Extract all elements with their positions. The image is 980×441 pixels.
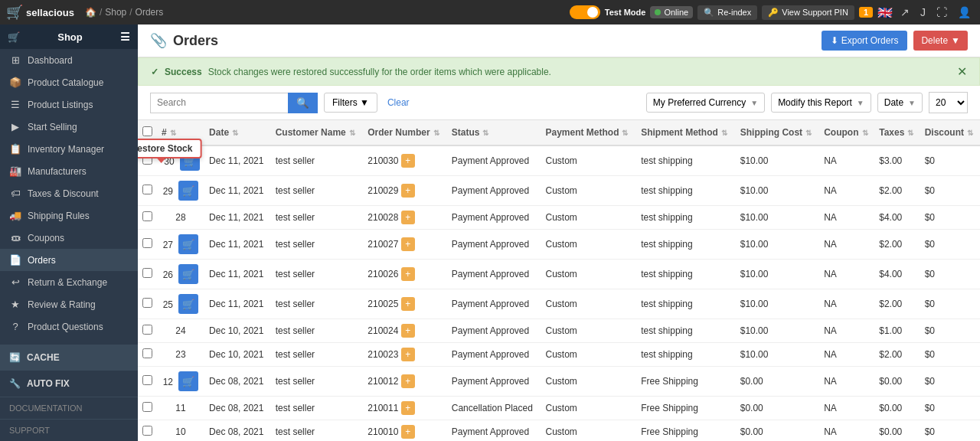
table-row: 28 Dec 11, 2021 test seller 210028 + Pay… [138, 206, 980, 230]
row-checkbox[interactable] [142, 375, 152, 385]
row-checkbox[interactable] [142, 402, 152, 412]
expand-order-button[interactable]: + [401, 348, 415, 361]
col-header-coupon[interactable]: Coupon ⇅ [819, 120, 874, 145]
col-header-status[interactable]: Status ⇅ [447, 120, 541, 145]
cache-button[interactable]: 🔄 CACHE [0, 345, 138, 371]
col-header-customer[interactable]: Customer Name ⇅ [271, 120, 364, 145]
search-input[interactable] [150, 93, 288, 113]
report-select[interactable]: Modify this Report ▼ [771, 93, 871, 113]
expand-order-button[interactable]: + [401, 401, 415, 415]
expand-order-button[interactable]: + [401, 154, 415, 168]
col-header-taxes[interactable]: Taxes ⇅ [874, 120, 920, 145]
sidebar-item-coupons[interactable]: 🎟 Coupons [0, 227, 138, 249]
test-mode-toggle[interactable]: Test Mode [570, 5, 646, 19]
row-coupon: NA [819, 289, 874, 319]
col-header-date[interactable]: Date ⇅ [204, 120, 271, 145]
row-taxes: $4.00 [874, 206, 920, 230]
cart-button[interactable]: 🛒 [178, 234, 198, 254]
row-date: Dec 08, 2021 [204, 420, 271, 442]
breadcrumb-orders[interactable]: Orders [136, 7, 164, 18]
row-discount: $0 [920, 206, 980, 230]
sidebar-item-product-listings[interactable]: ☰ Product Listings [0, 93, 138, 116]
sidebar-item-taxes-discount[interactable]: 🏷 Taxes & Discount [0, 182, 138, 204]
search-wrap: 🔍 [150, 93, 318, 113]
top-nav: 🛒 sellacious 🏠 / Shop / Orders Test Mode… [0, 0, 980, 24]
sidebar-item-dashboard[interactable]: ⊞ Dashboard [0, 49, 138, 71]
row-checkbox-cell [138, 230, 157, 260]
row-status: Payment Approved [447, 343, 541, 367]
sidebar-item-inventory-manager[interactable]: 📋 Inventory Manager [0, 138, 138, 160]
row-checkbox[interactable] [142, 211, 152, 221]
row-discount: $0 [920, 176, 980, 206]
row-shipment: test shipping [636, 230, 736, 260]
row-checkbox[interactable] [142, 298, 152, 308]
row-coupon: NA [819, 260, 874, 289]
col-header-shipping-cost[interactable]: Shipping Cost ⇅ [736, 120, 819, 145]
sidebar-item-manufacturers[interactable]: 🏭 Manufacturers [0, 160, 138, 182]
home-icon[interactable]: 🏠 [85, 7, 96, 18]
expand-order-button[interactable]: + [401, 425, 415, 439]
sidebar-item-shipping-rules[interactable]: 🚚 Shipping Rules [0, 204, 138, 227]
row-number: 24 [175, 325, 185, 336]
sidebar-item-return-exchange[interactable]: ↩ Return & Exchange [0, 271, 138, 293]
row-checkbox[interactable] [142, 238, 152, 248]
col-header-payment[interactable]: Payment Method ⇅ [541, 120, 636, 145]
cart-button[interactable]: 🛒 [178, 264, 198, 284]
support-label: SUPPORT [9, 426, 50, 435]
sidebar-shop-header[interactable]: 🛒 Shop ☰ [0, 24, 138, 49]
collapse-icon[interactable]: ☰ [120, 31, 130, 43]
expand-order-button[interactable]: + [401, 324, 415, 338]
row-checkbox[interactable] [142, 268, 152, 278]
col-header-order-number[interactable]: Order Number ⇅ [363, 120, 446, 145]
sidebar-item-product-catalogue[interactable]: 📦 Product Catalogue [0, 71, 138, 93]
view-support-pin-button[interactable]: 🔑 View Support PIN [762, 5, 854, 20]
sidebar-item-review-rating[interactable]: ★ Review & Rating [0, 293, 138, 315]
joomla-button[interactable]: J [917, 5, 929, 20]
row-checkbox-cell [138, 176, 157, 206]
export-orders-button[interactable]: ⬇ Export Orders [822, 31, 907, 51]
cart-button[interactable]: 🛒 [178, 294, 198, 314]
sidebar-item-product-questions[interactable]: ? Product Questions [0, 315, 138, 338]
autofix-button[interactable]: 🔧 AUTO FIX [0, 371, 138, 397]
clear-button[interactable]: Clear [384, 93, 413, 112]
delete-button[interactable]: Delete ▼ [913, 31, 968, 51]
breadcrumb-shop[interactable]: Shop [105, 7, 126, 18]
select-all-checkbox[interactable] [142, 126, 152, 136]
row-payment: Custom [541, 420, 636, 442]
external-link-button[interactable]: ↗ [897, 5, 913, 20]
currency-select[interactable]: My Preferred Currency ▼ [646, 93, 765, 113]
col-header-discount[interactable]: Discount ⇅ [920, 120, 980, 145]
per-page-select[interactable]: 20 50 100 [929, 92, 968, 113]
toggle-switch[interactable] [570, 5, 600, 19]
row-order-number: 210029 + [363, 176, 446, 206]
user-button[interactable]: 👤 [955, 5, 974, 20]
search-button[interactable]: 🔍 [288, 93, 318, 113]
expand-order-button[interactable]: + [401, 267, 415, 281]
date-select[interactable]: Date ▼ [877, 93, 923, 113]
expand-order-button[interactable]: + [401, 211, 415, 224]
expand-order-button[interactable]: + [401, 237, 415, 251]
notification-badge[interactable]: 1 [859, 7, 873, 18]
row-checkbox[interactable] [142, 325, 152, 335]
col-header-shipment[interactable]: Shipment Method ⇅ [636, 120, 736, 145]
fullscreen-button[interactable]: ⛶ [933, 5, 950, 20]
dashboard-icon: ⊞ [9, 54, 21, 66]
filters-button[interactable]: Filters ▼ [324, 93, 377, 113]
sidebar-item-orders[interactable]: 📄 Orders [0, 249, 138, 271]
expand-order-button[interactable]: + [401, 374, 415, 388]
sidebar-item-start-selling[interactable]: ▶ Start Selling [0, 116, 138, 138]
table-row: 26 🛒 Dec 11, 2021 test seller 210026 + P… [138, 260, 980, 289]
row-checkbox-cell [138, 260, 157, 289]
row-checkbox-cell [138, 397, 157, 420]
row-checkbox[interactable] [142, 426, 152, 436]
row-customer: test seller [271, 260, 364, 289]
reindex-button[interactable]: 🔍 Re-index [697, 5, 757, 20]
expand-order-button[interactable]: + [401, 297, 415, 311]
close-banner-button[interactable]: ✕ [957, 64, 967, 79]
row-checkbox[interactable] [142, 185, 152, 194]
expand-order-button[interactable]: + [401, 184, 415, 198]
row-checkbox[interactable] [142, 348, 152, 358]
cart-button[interactable]: 🛒 [178, 371, 198, 391]
currency-caret-icon: ▼ [750, 99, 758, 107]
cart-button[interactable]: 🛒 [178, 181, 198, 201]
